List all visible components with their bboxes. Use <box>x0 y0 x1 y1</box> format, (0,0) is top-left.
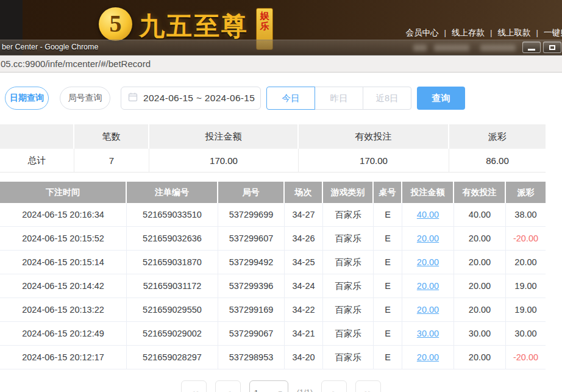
nav-online-deposit[interactable]: 线上存款 <box>452 28 485 37</box>
bet-table-header-cell: 注单编号 <box>127 182 218 203</box>
table-cell: 百家乐 <box>323 346 374 369</box>
pagination: ◂◂ ◂ 1 ▼ (1/1) ▸ ▸▸ <box>0 380 562 392</box>
table-cell: 19.00 <box>506 274 546 298</box>
maximize-button[interactable] <box>543 41 561 53</box>
bet-table-header-cell: 下注时间 <box>0 182 127 203</box>
badge-char: 乐 <box>260 21 269 31</box>
table-cell: 20.00 <box>454 298 506 321</box>
bet-amount-link[interactable]: 40.00 <box>417 210 439 219</box>
bet-table-header-cell: 有效投注 <box>454 182 506 203</box>
nav-online-withdraw[interactable]: 线上取款 <box>497 28 530 37</box>
table-cell: 537299699 <box>218 203 285 226</box>
table-cell: 521659031172 <box>127 274 218 298</box>
summary-total-bet-amount: 170.00 <box>149 149 299 172</box>
chevron-down-icon: ▼ <box>277 390 283 392</box>
table-cell: 20.00 <box>454 227 506 250</box>
bet-table-header-cell: 游戏类别 <box>323 182 374 203</box>
nav-one-key[interactable]: 一键归账 <box>544 28 562 37</box>
bet-amount-link[interactable]: 20.00 <box>417 352 439 362</box>
search-button[interactable]: 查询 <box>417 87 465 110</box>
table-cell: 20.00 <box>402 274 454 298</box>
last-page-icon: ▸▸ <box>365 387 372 392</box>
minimize-button[interactable] <box>522 41 541 53</box>
nav-separator: | <box>490 28 493 37</box>
table-cell: 30.00 <box>402 322 454 345</box>
summary-header-count: 笔数 <box>74 124 149 149</box>
table-cell: 30.00 <box>454 322 506 345</box>
page-select[interactable]: 1 ▼ <box>249 380 288 392</box>
quick-range-yesterday[interactable]: 昨日 <box>315 87 363 110</box>
table-cell: 34-24 <box>285 274 323 298</box>
table-cell: 521659031870 <box>127 251 218 274</box>
summary-header-row: 笔数 投注金额 有效投注 派彩 <box>0 124 546 149</box>
table-cell: 百家乐 <box>323 227 374 250</box>
table-cell: 20.00 <box>454 346 506 369</box>
table-cell: 34-25 <box>285 251 323 274</box>
table-cell: 20.00 <box>402 227 454 250</box>
round-query-tab[interactable]: 局号查询 <box>60 87 110 110</box>
table-row: 2024-06-15 20:15:14521659031870537299492… <box>0 251 546 274</box>
table-cell: E <box>374 227 402 250</box>
table-cell: 34-27 <box>285 203 323 226</box>
bet-amount-link[interactable]: 20.00 <box>417 305 439 315</box>
first-page-button[interactable]: ◂◂ <box>181 380 207 392</box>
table-cell: 2024-06-15 20:13:22 <box>0 298 127 321</box>
table-cell: 百家乐 <box>323 274 374 298</box>
bet-amount-link[interactable]: 20.00 <box>417 233 439 243</box>
browser-url-bar[interactable]: 05.cc:9900/infe/mcenter/#/betRecord <box>0 55 562 73</box>
table-cell: 2024-06-15 20:14:42 <box>0 274 127 298</box>
nav-separator: | <box>536 28 538 37</box>
last-page-button[interactable]: ▸▸ <box>355 380 381 392</box>
table-cell: 40.00 <box>454 203 506 226</box>
table-cell: 537299396 <box>218 274 285 298</box>
bet-table-body: 2024-06-15 20:16:34521659033510537299699… <box>0 203 546 369</box>
table-cell: 20.00 <box>402 251 454 274</box>
redacted-text-block <box>413 45 427 51</box>
minimize-icon <box>528 49 535 51</box>
bet-table-header-cell: 桌号 <box>374 182 402 203</box>
table-cell: 百家乐 <box>323 251 374 274</box>
summary-total-count: 7 <box>74 149 149 172</box>
table-cell: 百家乐 <box>323 203 374 226</box>
site-top-nav: 会员中心|线上存款|线上取款|一键归账 <box>405 27 562 38</box>
table-cell: 20.00 <box>454 251 506 274</box>
table-row: 2024-06-15 20:16:34521659033510537299699… <box>0 203 546 227</box>
bet-amount-link[interactable]: 30.00 <box>417 329 439 338</box>
summary-total-valid-bet: 170.00 <box>299 149 449 172</box>
site-logo-icon: 5 <box>99 7 132 41</box>
summary-header-payout: 派彩 <box>449 124 546 149</box>
site-logo-text: 九五至尊 <box>139 9 249 43</box>
bet-table-header-cell: 局号 <box>218 182 285 203</box>
quick-range-8days[interactable]: 近8日 <box>363 87 411 110</box>
bet-amount-link[interactable]: 20.00 <box>417 257 439 267</box>
table-cell: 34-20 <box>285 346 323 369</box>
table-cell: 30.00 <box>506 322 546 345</box>
redacted-text-block <box>434 45 469 51</box>
table-cell: 34-22 <box>285 298 323 321</box>
bet-record-table: 下注时间注单编号局号场次游戏类别桌号投注金额有效投注派彩 2024-06-15 … <box>0 182 546 369</box>
table-cell: 34-26 <box>285 227 323 250</box>
table-cell: 521659033510 <box>127 203 218 226</box>
table-cell: 2024-06-15 20:15:52 <box>0 227 127 250</box>
table-row: 2024-06-15 20:12:49521659029002537299067… <box>0 322 546 346</box>
summary-total-label: 总计 <box>0 149 74 172</box>
logo-number: 5 <box>110 12 122 36</box>
page-url: 05.cc:9900/infe/mcenter/#/betRecord <box>1 55 151 72</box>
quick-range-today[interactable]: 今日 <box>266 87 315 110</box>
table-cell: E <box>374 346 402 369</box>
table-cell: 2024-06-15 20:12:17 <box>0 346 127 369</box>
window-titlebar[interactable]: ber Center - Google Chrome <box>0 40 562 55</box>
next-page-icon: ▸ <box>333 387 336 392</box>
table-cell: 34-21 <box>285 322 323 345</box>
prev-page-button[interactable]: ◂ <box>215 380 241 392</box>
date-query-tab[interactable]: 日期查询 <box>5 87 49 110</box>
bet-amount-link[interactable]: 20.00 <box>417 281 439 291</box>
table-cell: 20.00 <box>402 346 454 369</box>
next-page-button[interactable]: ▸ <box>321 380 347 392</box>
table-cell: 19.00 <box>506 298 546 321</box>
table-cell: 537299607 <box>218 227 285 250</box>
date-range-input[interactable]: 2024-06-15 ~ 2024-06-15 <box>121 87 261 110</box>
table-cell: 40.00 <box>402 203 454 226</box>
nav-member-center[interactable]: 会员中心 <box>405 28 438 37</box>
bet-table-header-cell: 场次 <box>285 182 323 203</box>
